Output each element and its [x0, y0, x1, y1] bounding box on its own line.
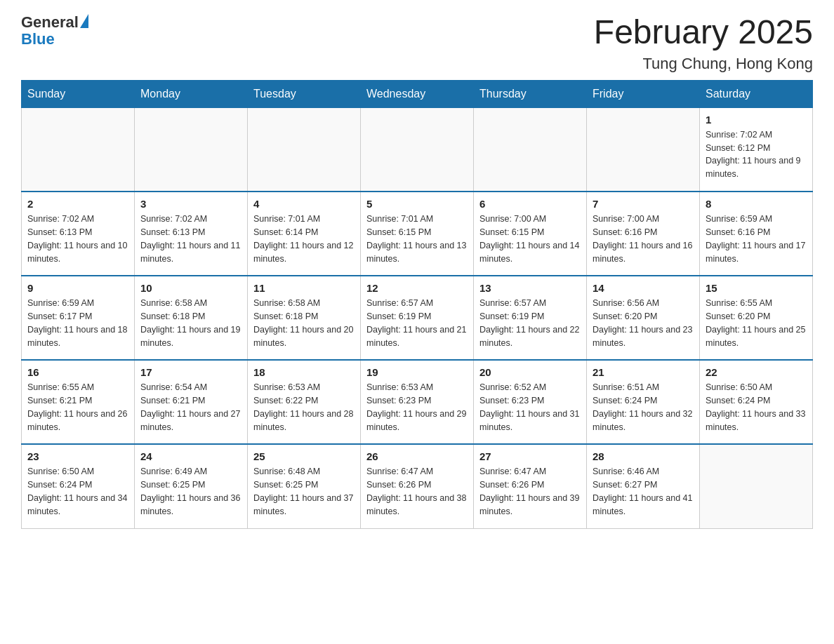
title-section: February 2025 Tung Chung, Hong Kong: [594, 14, 813, 73]
day-number: 15: [706, 282, 807, 294]
day-info: Sunrise: 7:02 AM Sunset: 6:13 PM Dayligh…: [140, 213, 241, 265]
day-number: 19: [366, 366, 468, 378]
day-number: 3: [140, 198, 241, 210]
table-row: 10Sunrise: 6:58 AM Sunset: 6:18 PM Dayli…: [135, 276, 248, 360]
table-row: 5Sunrise: 7:01 AM Sunset: 6:15 PM Daylig…: [361, 192, 474, 276]
table-row: 12Sunrise: 6:57 AM Sunset: 6:19 PM Dayli…: [361, 276, 474, 360]
header-wednesday: Wednesday: [361, 80, 474, 107]
month-title: February 2025: [594, 14, 813, 51]
table-row: 19Sunrise: 6:53 AM Sunset: 6:23 PM Dayli…: [361, 360, 474, 444]
location-title: Tung Chung, Hong Kong: [594, 55, 813, 73]
table-row: 6Sunrise: 7:00 AM Sunset: 6:15 PM Daylig…: [474, 192, 587, 276]
day-number: 8: [706, 198, 807, 210]
day-info: Sunrise: 7:02 AM Sunset: 6:13 PM Dayligh…: [27, 213, 128, 265]
table-row: 13Sunrise: 6:57 AM Sunset: 6:19 PM Dayli…: [474, 276, 587, 360]
day-info: Sunrise: 6:52 AM Sunset: 6:23 PM Dayligh…: [479, 381, 581, 434]
day-number: 4: [253, 198, 355, 210]
day-info: Sunrise: 6:58 AM Sunset: 6:18 PM Dayligh…: [140, 297, 241, 349]
day-info: Sunrise: 6:53 AM Sunset: 6:22 PM Dayligh…: [253, 381, 355, 434]
table-row: 27Sunrise: 6:47 AM Sunset: 6:26 PM Dayli…: [474, 444, 587, 528]
table-row: 15Sunrise: 6:55 AM Sunset: 6:20 PM Dayli…: [700, 276, 813, 360]
table-row: 21Sunrise: 6:51 AM Sunset: 6:24 PM Dayli…: [587, 360, 700, 444]
calendar-week-row: 2Sunrise: 7:02 AM Sunset: 6:13 PM Daylig…: [22, 192, 813, 276]
calendar-week-row: 23Sunrise: 6:50 AM Sunset: 6:24 PM Dayli…: [22, 444, 813, 528]
table-row: [361, 107, 474, 192]
day-info: Sunrise: 7:00 AM Sunset: 6:15 PM Dayligh…: [479, 213, 581, 265]
day-number: 23: [27, 450, 128, 462]
day-info: Sunrise: 6:47 AM Sunset: 6:26 PM Dayligh…: [479, 465, 581, 518]
table-row: 17Sunrise: 6:54 AM Sunset: 6:21 PM Dayli…: [135, 360, 248, 444]
day-number: 26: [366, 450, 468, 462]
day-info: Sunrise: 6:53 AM Sunset: 6:23 PM Dayligh…: [366, 381, 468, 434]
calendar-week-row: 9Sunrise: 6:59 AM Sunset: 6:17 PM Daylig…: [22, 276, 813, 360]
day-info: Sunrise: 6:47 AM Sunset: 6:26 PM Dayligh…: [366, 465, 468, 518]
header-tuesday: Tuesday: [248, 80, 361, 107]
table-row: [700, 444, 813, 528]
day-number: 16: [27, 366, 128, 378]
logo-blue-text: Blue: [21, 31, 88, 48]
table-row: 25Sunrise: 6:48 AM Sunset: 6:25 PM Dayli…: [248, 444, 361, 528]
table-row: [474, 107, 587, 192]
day-number: 22: [706, 366, 807, 378]
table-row: [135, 107, 248, 192]
table-row: [248, 107, 361, 192]
day-number: 17: [140, 366, 241, 378]
table-row: 20Sunrise: 6:52 AM Sunset: 6:23 PM Dayli…: [474, 360, 587, 444]
day-number: 20: [479, 366, 581, 378]
day-info: Sunrise: 6:49 AM Sunset: 6:25 PM Dayligh…: [140, 465, 241, 518]
day-number: 6: [479, 198, 581, 210]
day-number: 2: [27, 198, 128, 210]
day-info: Sunrise: 6:50 AM Sunset: 6:24 PM Dayligh…: [706, 381, 807, 434]
day-number: 5: [366, 198, 468, 210]
day-number: 10: [140, 282, 241, 294]
logo: General Blue: [21, 14, 88, 48]
day-info: Sunrise: 6:46 AM Sunset: 6:27 PM Dayligh…: [593, 465, 694, 518]
day-number: 14: [593, 282, 694, 294]
header-saturday: Saturday: [700, 80, 813, 107]
calendar-week-row: 1Sunrise: 7:02 AM Sunset: 6:12 PM Daylig…: [22, 107, 813, 192]
day-number: 25: [253, 450, 355, 462]
header-monday: Monday: [135, 80, 248, 107]
table-row: 2Sunrise: 7:02 AM Sunset: 6:13 PM Daylig…: [22, 192, 135, 276]
table-row: 18Sunrise: 6:53 AM Sunset: 6:22 PM Dayli…: [248, 360, 361, 444]
day-info: Sunrise: 6:59 AM Sunset: 6:17 PM Dayligh…: [27, 297, 128, 349]
table-row: 16Sunrise: 6:55 AM Sunset: 6:21 PM Dayli…: [22, 360, 135, 444]
table-row: 1Sunrise: 7:02 AM Sunset: 6:12 PM Daylig…: [700, 107, 813, 192]
day-number: 12: [366, 282, 468, 294]
table-row: 14Sunrise: 6:56 AM Sunset: 6:20 PM Dayli…: [587, 276, 700, 360]
table-row: 8Sunrise: 6:59 AM Sunset: 6:16 PM Daylig…: [700, 192, 813, 276]
table-row: [587, 107, 700, 192]
header-sunday: Sunday: [22, 80, 135, 107]
day-info: Sunrise: 6:55 AM Sunset: 6:20 PM Dayligh…: [706, 297, 807, 349]
day-number: 27: [479, 450, 581, 462]
day-number: 21: [593, 366, 694, 378]
table-row: 23Sunrise: 6:50 AM Sunset: 6:24 PM Dayli…: [22, 444, 135, 528]
day-info: Sunrise: 6:54 AM Sunset: 6:21 PM Dayligh…: [140, 381, 241, 434]
day-info: Sunrise: 6:59 AM Sunset: 6:16 PM Dayligh…: [706, 213, 807, 265]
day-info: Sunrise: 6:57 AM Sunset: 6:19 PM Dayligh…: [479, 297, 581, 349]
logo-triangle-icon: [80, 14, 88, 28]
day-info: Sunrise: 7:01 AM Sunset: 6:15 PM Dayligh…: [366, 213, 468, 265]
day-number: 7: [593, 198, 694, 210]
table-row: 3Sunrise: 7:02 AM Sunset: 6:13 PM Daylig…: [135, 192, 248, 276]
header-thursday: Thursday: [474, 80, 587, 107]
header-friday: Friday: [587, 80, 700, 107]
logo-general-text: General: [21, 14, 79, 31]
day-info: Sunrise: 6:56 AM Sunset: 6:20 PM Dayligh…: [593, 297, 694, 349]
day-number: 13: [479, 282, 581, 294]
day-info: Sunrise: 6:50 AM Sunset: 6:24 PM Dayligh…: [27, 465, 128, 518]
day-info: Sunrise: 6:58 AM Sunset: 6:18 PM Dayligh…: [253, 297, 355, 349]
calendar-table: Sunday Monday Tuesday Wednesday Thursday…: [21, 80, 813, 529]
page-header: General Blue February 2025 Tung Chung, H…: [21, 14, 813, 73]
day-number: 11: [253, 282, 355, 294]
day-number: 9: [27, 282, 128, 294]
calendar-week-row: 16Sunrise: 6:55 AM Sunset: 6:21 PM Dayli…: [22, 360, 813, 444]
table-row: 7Sunrise: 7:00 AM Sunset: 6:16 PM Daylig…: [587, 192, 700, 276]
weekday-header-row: Sunday Monday Tuesday Wednesday Thursday…: [22, 80, 813, 107]
day-info: Sunrise: 6:57 AM Sunset: 6:19 PM Dayligh…: [366, 297, 468, 349]
day-info: Sunrise: 7:00 AM Sunset: 6:16 PM Dayligh…: [593, 213, 694, 265]
table-row: 26Sunrise: 6:47 AM Sunset: 6:26 PM Dayli…: [361, 444, 474, 528]
table-row: [22, 107, 135, 192]
day-info: Sunrise: 7:01 AM Sunset: 6:14 PM Dayligh…: [253, 213, 355, 265]
day-info: Sunrise: 6:55 AM Sunset: 6:21 PM Dayligh…: [27, 381, 128, 434]
